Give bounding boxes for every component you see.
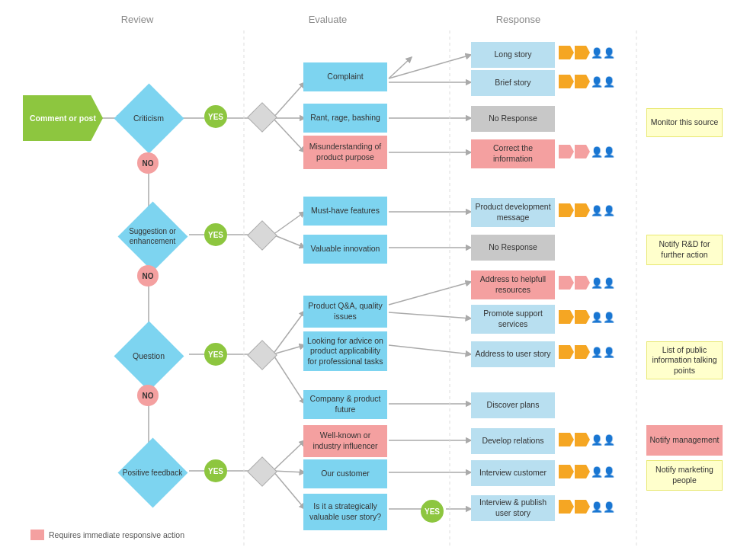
correct-info-response: Correct the information	[471, 139, 555, 168]
question-no-circle: NO	[137, 385, 159, 406]
question-yes-circle: YES	[204, 343, 227, 366]
notify-rd-note: Notify R&D for further action	[646, 235, 723, 265]
interview-publish-action-icons: 👤👤	[559, 500, 615, 514]
svg-line-31	[273, 440, 305, 471]
address-user-action-icons: 👤👤	[559, 345, 615, 359]
product-dev-action-icons: 👤👤	[559, 203, 615, 217]
long-story-action-icons: 👤👤	[559, 46, 615, 59]
svg-line-24	[389, 282, 471, 305]
address-helpful-response: Address to helpfull resources	[471, 270, 555, 299]
legend-color-box	[30, 530, 44, 540]
suggestion-no-circle: NO	[137, 265, 159, 286]
legend-text: Requires immediate responsive action	[49, 530, 184, 539]
criticism-diamond-container: Criticism	[118, 91, 179, 145]
notify-mgmt-note: Notify management	[646, 425, 723, 456]
question-eval-diamond	[250, 343, 274, 367]
company-future-item: Company & product future	[303, 390, 387, 419]
criticism-label: Criticism	[133, 114, 164, 123]
long-story-response: Long story	[471, 42, 555, 68]
svg-line-22	[273, 345, 305, 354]
complaint-item: Complaint	[303, 62, 387, 91]
positive-label: Positive feedback	[123, 468, 182, 478]
suggestion-eval-diamond	[250, 223, 274, 248]
no-response-2: No Response	[471, 235, 555, 261]
rant-item: Rant, rage, bashing	[303, 104, 387, 133]
svg-line-26	[389, 345, 471, 354]
svg-line-14	[273, 212, 305, 235]
header-review: Review	[91, 14, 183, 25]
svg-line-32	[273, 471, 305, 472]
promote-support-action-icons: 👤👤	[559, 310, 615, 324]
header-response: Response	[473, 14, 564, 25]
no-response-1: No Response	[471, 106, 555, 132]
svg-line-6	[389, 57, 412, 78]
criticism-eval-diamond	[250, 105, 274, 130]
address-helpful-action-icons: 👤👤	[559, 276, 615, 290]
positive-eval-diamond	[250, 459, 274, 484]
header-evaluate: Evaluate	[282, 14, 373, 25]
interview-customer-action-icons: 👤👤	[559, 465, 615, 478]
positive-diamond-container: Positive feedback	[118, 446, 187, 499]
list-public-note: List of public information talking point…	[646, 341, 723, 379]
positive-yes-circle: YES	[204, 459, 227, 482]
product-dev-response: Product development message	[471, 198, 555, 227]
diagram-container: Review Evaluate Response Comment or post…	[0, 0, 734, 560]
develop-relations-response: Develop relations	[471, 428, 555, 454]
legend-container: Requires immediate responsive action	[30, 530, 184, 540]
start-shape: Comment or post	[23, 95, 103, 141]
svg-line-25	[389, 312, 471, 318]
strategically-item: Is it a strategically valuable user stor…	[303, 494, 387, 530]
notify-marketing-note: Notify marketing people	[646, 460, 723, 491]
valuable-item: Valuable innovation	[303, 235, 387, 264]
suggestion-yes-circle: YES	[204, 223, 227, 246]
discover-plans-response: Discover plans	[471, 392, 555, 418]
promote-support-response: Promote support services	[471, 305, 555, 334]
criticism-no-circle: NO	[137, 152, 159, 174]
brief-story-response: Brief story	[471, 70, 555, 96]
brief-story-action-icons: 👤👤	[559, 75, 615, 88]
address-user-story-response: Address to user story	[471, 341, 555, 367]
product-qa-item: Product Q&A, quality issues	[303, 296, 387, 328]
strategically-yes-circle: YES	[421, 500, 444, 523]
correct-info-action-icons: 👤👤	[559, 145, 615, 158]
develop-relations-action-icons: 👤👤	[559, 433, 615, 446]
misunderstanding-item: Misunderstanding of product purpose	[303, 136, 387, 169]
looking-advice-item: Looking for advice on product applicabil…	[303, 331, 387, 371]
must-have-item: Must-have features	[303, 197, 387, 226]
svg-line-23	[273, 354, 305, 404]
well-known-item: Well-known or industry influencer	[303, 425, 387, 457]
svg-line-21	[273, 311, 305, 354]
suggestion-label: Suggestion or enhancement	[118, 226, 187, 246]
svg-line-33	[273, 471, 305, 509]
suggestion-diamond-container: Suggestion or enhancement	[118, 210, 187, 263]
question-label: Question	[133, 351, 165, 360]
monitor-note: Monitor this source	[646, 108, 723, 137]
svg-line-3	[273, 82, 305, 118]
criticism-yes-circle: YES	[204, 105, 227, 128]
svg-line-10	[389, 55, 471, 78]
svg-line-5	[273, 118, 305, 152]
interview-customer-response: Interview customer	[471, 460, 555, 486]
interview-publish-response: Interview & publish user story	[471, 495, 555, 521]
question-diamond-container: Question	[118, 329, 179, 382]
our-customer-item: Our customer	[303, 459, 387, 488]
svg-line-15	[273, 235, 305, 248]
